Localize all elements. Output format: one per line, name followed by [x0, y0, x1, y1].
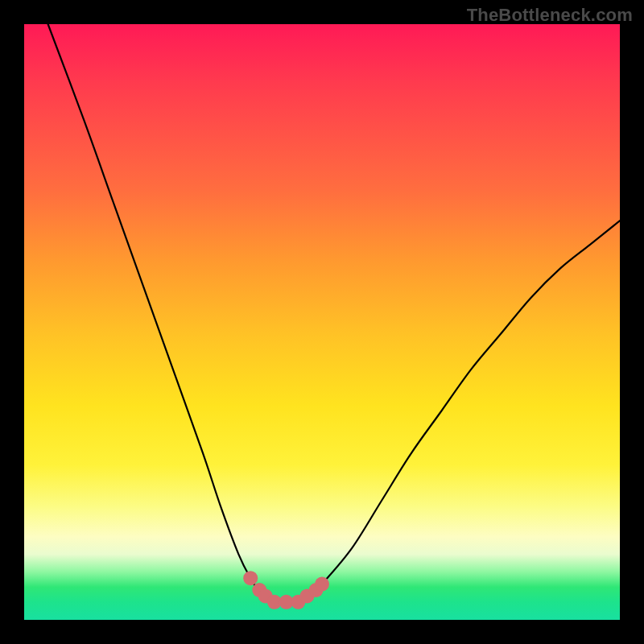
curve-svg	[24, 24, 620, 620]
bottleneck-curve	[48, 24, 620, 602]
highlight-marker	[315, 577, 329, 592]
plot-area	[24, 24, 620, 620]
highlight-markers	[243, 571, 329, 609]
chart-frame: TheBottleneck.com	[0, 0, 644, 644]
highlight-marker	[243, 571, 258, 585]
watermark-text: TheBottleneck.com	[467, 5, 633, 26]
